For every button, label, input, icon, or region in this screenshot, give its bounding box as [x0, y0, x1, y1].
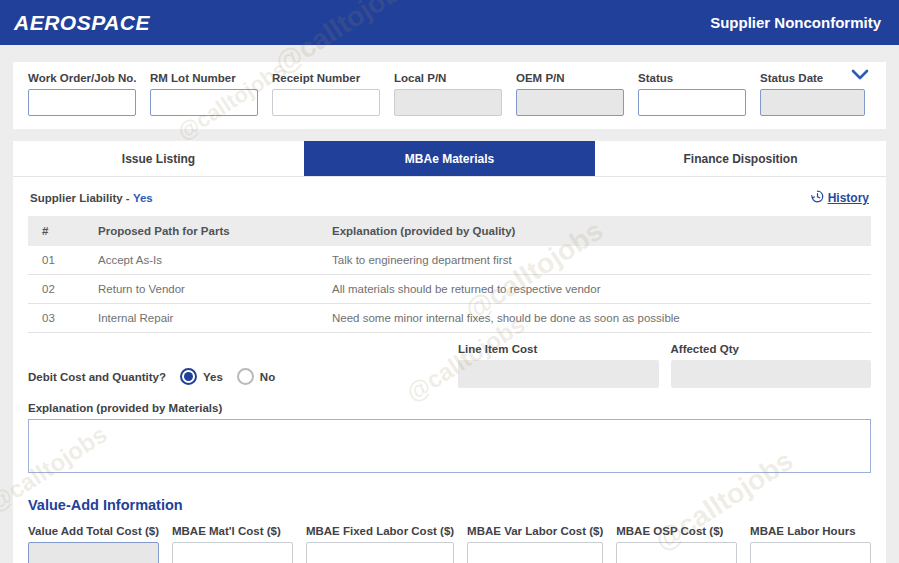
status-input[interactable] [638, 89, 746, 116]
row-explanation: Need some minor internal fixes, should b… [318, 312, 871, 324]
line-item-cost-label: Line Item Cost [458, 343, 659, 355]
mbae-fixed-labor-cost-label: MBAE Fixed Labor Cost ($) [306, 525, 454, 537]
debit-no-radio[interactable]: No [237, 368, 275, 385]
receipt-number-input[interactable] [272, 89, 380, 116]
mbae-labor-hours-label: MBAE Labor Hours [750, 525, 871, 537]
oem-pn-label: OEM P/N [516, 72, 624, 84]
receipt-number-label: Receipt Number [272, 72, 380, 84]
mbae-osp-cost-label: MBAE OSP Cost ($) [616, 525, 737, 537]
supplier-liability-text: Supplier Liability - Yes [30, 192, 153, 204]
tab-mbae-materials-label: MBAe Materials [405, 152, 494, 166]
proposed-path-table: # Proposed Path for Parts Explanation (p… [28, 216, 871, 333]
history-link-label: History [828, 191, 869, 205]
history-link[interactable]: History [811, 190, 869, 206]
tab-issue-listing-label: Issue Listing [122, 152, 195, 166]
affected-qty-label: Affected Qty [671, 343, 872, 355]
explanation-materials-textarea[interactable] [28, 419, 871, 473]
radio-circle [180, 368, 197, 385]
status-label: Status [638, 72, 746, 84]
value-add-fields-row: Value Add Total Cost ($) MBAE Mat'l Cost… [28, 525, 871, 563]
affected-qty-input [671, 360, 872, 388]
row-path: Internal Repair [84, 312, 318, 324]
value-add-total-cost-label: Value Add Total Cost ($) [28, 525, 159, 537]
col-proposed-path: Proposed Path for Parts [84, 225, 318, 237]
value-add-total-cost-field: Value Add Total Cost ($) [28, 525, 159, 563]
mbae-fixed-labor-cost-field: MBAE Fixed Labor Cost ($) [306, 525, 454, 563]
debit-question-group: Debit Cost and Quantity? Yes No [28, 343, 458, 388]
mbae-fixed-labor-cost-input[interactable] [306, 542, 454, 563]
main-panel: Issue Listing MBAe Materials Finance Dis… [13, 141, 886, 563]
tab-issue-listing[interactable]: Issue Listing [13, 141, 304, 176]
tab-mbae-materials[interactable]: MBAe Materials [304, 141, 595, 176]
debit-no-label: No [260, 371, 275, 383]
work-order-label: Work Order/Job No. [28, 72, 136, 84]
oem-pn-input [516, 89, 624, 116]
brand-logo: AEROSPACE [14, 11, 150, 35]
value-add-total-cost-input [28, 542, 159, 563]
liability-row: Supplier Liability - Yes History [28, 177, 871, 216]
mbae-labor-hours-field: MBAE Labor Hours [750, 525, 871, 563]
col-explanation-quality: Explanation (provided by Quality) [318, 225, 871, 237]
status-date-input [760, 89, 865, 116]
local-pn-input [394, 89, 502, 116]
mbae-osp-cost-field: MBAE OSP Cost ($) [616, 525, 737, 563]
mbae-matl-cost-input[interactable] [172, 542, 293, 563]
filter-field-rm-lot: RM Lot Number [150, 72, 258, 129]
chevron-down-icon [850, 68, 870, 86]
supplier-liability-label: Supplier Liability - [30, 192, 130, 204]
row-path: Accept As-Is [84, 254, 318, 266]
affected-qty-field: Affected Qty [671, 343, 872, 388]
mbae-var-labor-cost-field: MBAE Var Labor Cost ($) [467, 525, 603, 563]
mbae-matl-cost-label: MBAE Mat'l Cost ($) [172, 525, 293, 537]
filter-field-oem-pn: OEM P/N [516, 72, 624, 129]
debit-yes-label: Yes [203, 371, 223, 383]
tab-finance-disposition[interactable]: Finance Disposition [595, 141, 886, 176]
page-title: Supplier Nonconformity [710, 14, 881, 31]
radio-circle [237, 368, 254, 385]
debit-question-label: Debit Cost and Quantity? [28, 371, 166, 383]
rm-lot-input[interactable] [150, 89, 258, 116]
debit-yes-radio[interactable]: Yes [180, 368, 223, 385]
mbae-osp-cost-input[interactable] [616, 542, 737, 563]
row-explanation: All materials should be returned to resp… [318, 283, 871, 295]
history-clock-icon [811, 190, 824, 206]
tab-bar: Issue Listing MBAe Materials Finance Dis… [13, 141, 886, 177]
filter-field-receipt: Receipt Number [272, 72, 380, 129]
mbae-var-labor-cost-input[interactable] [467, 542, 603, 563]
filter-field-status: Status [638, 72, 746, 129]
table-row[interactable]: 01 Accept As-Is Talk to engineering depa… [28, 246, 871, 275]
local-pn-label: Local P/N [394, 72, 502, 84]
row-number: 02 [28, 283, 84, 295]
collapse-filters-button[interactable] [848, 68, 872, 86]
app-header: AEROSPACE Supplier Nonconformity [0, 0, 899, 45]
table-row[interactable]: 02 Return to Vendor All materials should… [28, 275, 871, 304]
debit-cost-band: Debit Cost and Quantity? Yes No Line Ite… [28, 343, 871, 388]
tab-finance-disposition-label: Finance Disposition [683, 152, 797, 166]
table-row[interactable]: 03 Internal Repair Need some minor inter… [28, 304, 871, 333]
mbae-labor-hours-input[interactable] [750, 542, 871, 563]
mbae-matl-cost-field: MBAE Mat'l Cost ($) [172, 525, 293, 563]
row-number: 03 [28, 312, 84, 324]
row-explanation: Talk to engineering department first [318, 254, 871, 266]
filter-field-work-order: Work Order/Job No. [28, 72, 136, 129]
row-path: Return to Vendor [84, 283, 318, 295]
line-item-cost-field: Line Item Cost [458, 343, 659, 388]
row-number: 01 [28, 254, 84, 266]
rm-lot-label: RM Lot Number [150, 72, 258, 84]
search-filter-panel: Work Order/Job No. RM Lot Number Receipt… [13, 62, 886, 129]
filter-field-local-pn: Local P/N [394, 72, 502, 129]
col-number: # [28, 225, 84, 237]
mbae-var-labor-cost-label: MBAE Var Labor Cost ($) [467, 525, 603, 537]
explanation-materials-label: Explanation (provided by Materials) [28, 402, 871, 414]
tab-content: Supplier Liability - Yes History # Propo… [13, 177, 886, 563]
supplier-liability-value: Yes [133, 192, 153, 204]
explanation-materials-block: Explanation (provided by Materials) [28, 402, 871, 477]
value-add-heading: Value-Add Information [28, 497, 871, 513]
work-order-input[interactable] [28, 89, 136, 116]
table-header-row: # Proposed Path for Parts Explanation (p… [28, 216, 871, 246]
line-item-cost-input [458, 360, 659, 388]
